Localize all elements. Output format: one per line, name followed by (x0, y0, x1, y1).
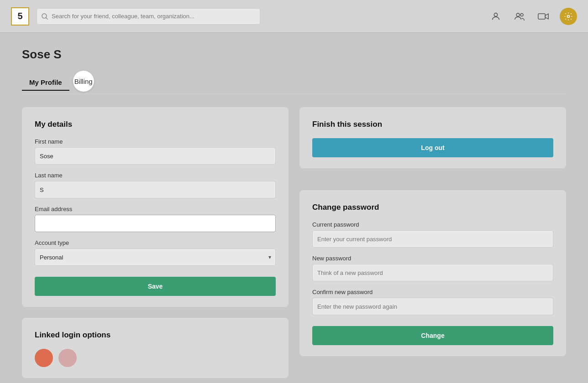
linked-login-avatar-2[interactable] (58, 349, 77, 367)
content-grid: My details First name Last name Email ad… (22, 107, 566, 378)
email-label: Email address (35, 206, 276, 212)
group-icon[interactable] (512, 9, 527, 24)
current-password-input[interactable] (312, 230, 553, 248)
svg-point-3 (516, 13, 520, 16)
page-title: Sose S (22, 47, 566, 62)
linked-logins-title: Linked login options (35, 331, 276, 340)
first-name-group: First name (35, 138, 276, 165)
search-input[interactable] (52, 13, 255, 20)
svg-point-2 (494, 13, 497, 16)
new-password-group: New password (312, 255, 553, 281)
account-type-label: Account type (35, 239, 276, 246)
first-name-label: First name (35, 138, 276, 145)
left-column: My details First name Last name Email ad… (22, 107, 289, 378)
new-password-label: New password (312, 255, 553, 262)
search-bar[interactable] (37, 8, 260, 25)
svg-point-6 (567, 15, 570, 17)
confirm-password-label: Confirm new password (312, 289, 553, 295)
account-type-group: Account type Personal Business ▾ (35, 239, 276, 266)
last-name-group: Last name (35, 172, 276, 198)
header-icons (488, 8, 577, 25)
linked-logins-card: Linked login options (22, 318, 289, 378)
right-column: Finish this session Log out Change passw… (299, 107, 566, 378)
linked-login-avatar-1[interactable] (35, 349, 53, 367)
svg-point-4 (520, 13, 523, 16)
main-content: Sose S My Profile Billing My details Fir… (0, 33, 588, 383)
change-password-card: Change password Current password New pas… (299, 190, 566, 356)
svg-rect-5 (538, 14, 545, 19)
first-name-input[interactable] (35, 147, 276, 165)
confirm-password-group: Confirm new password (312, 289, 553, 315)
gear-icon-button[interactable] (560, 8, 577, 25)
save-button[interactable]: Save (35, 277, 276, 296)
current-password-label: Current password (312, 221, 553, 228)
new-password-input[interactable] (312, 264, 553, 281)
last-name-input[interactable] (35, 181, 276, 198)
logo-text: 5 (17, 11, 22, 21)
search-icon (42, 13, 48, 20)
my-details-title: My details (35, 120, 276, 129)
logo[interactable]: 5 (11, 7, 29, 26)
change-password-button[interactable]: Change (312, 326, 553, 345)
tabs: My Profile Billing (22, 71, 566, 94)
my-details-card: My details First name Last name Email ad… (22, 107, 289, 307)
logout-button[interactable]: Log out (312, 138, 553, 157)
current-password-group: Current password (312, 221, 553, 248)
header: 5 (0, 0, 588, 33)
finish-session-title: Finish this session (312, 120, 553, 129)
account-type-select[interactable]: Personal Business (35, 248, 276, 266)
change-password-title: Change password (312, 203, 553, 212)
video-icon[interactable] (536, 9, 551, 24)
person-icon[interactable] (488, 9, 503, 24)
last-name-label: Last name (35, 172, 276, 179)
tab-billing[interactable]: Billing (73, 71, 94, 92)
tab-my-profile[interactable]: My Profile (22, 75, 69, 90)
email-input[interactable] (35, 215, 276, 232)
email-group: Email address (35, 206, 276, 232)
confirm-password-input[interactable] (312, 298, 553, 315)
svg-line-1 (46, 17, 48, 19)
finish-session-card: Finish this session Log out (299, 107, 566, 168)
account-type-select-wrapper: Personal Business ▾ (35, 248, 276, 266)
